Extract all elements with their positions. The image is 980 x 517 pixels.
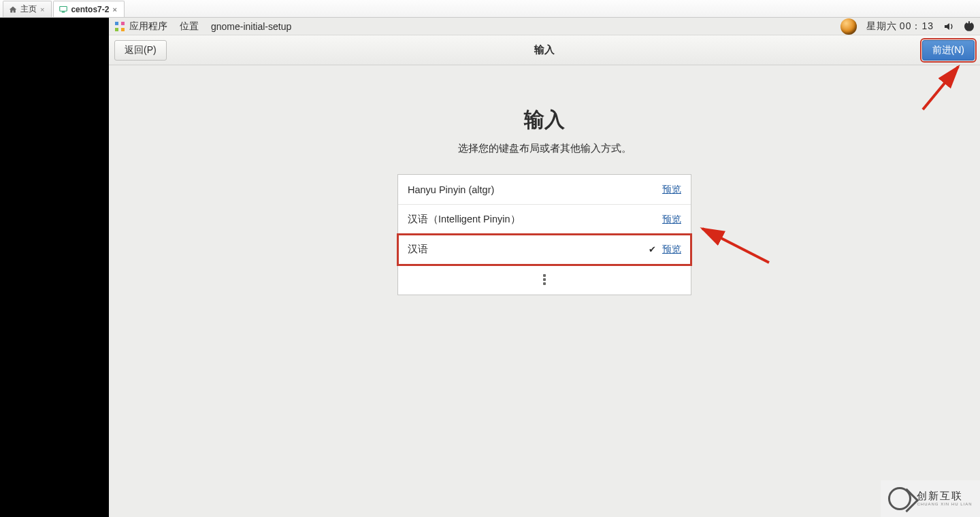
svg-rect-2 <box>115 22 118 25</box>
watermark-line2: CHUANG XIN HU LIAN <box>917 502 972 507</box>
places-menu[interactable]: 位置 <box>180 20 199 33</box>
clock-time: 00：13 <box>900 20 934 33</box>
keyboard-listbox: Hanyu Pinyin (altgr) 预览 汉语（Intelligent P… <box>397 174 691 295</box>
page-subtitle: 选择您的键盘布局或者其他输入方式。 <box>458 142 632 155</box>
vm-tab-home[interactable]: 主页 × <box>3 1 52 17</box>
svg-rect-0 <box>60 6 67 11</box>
vm-tab-bar: 主页 × centos7-2 × <box>0 0 980 18</box>
vm-tab-home-label: 主页 <box>20 3 37 15</box>
svg-rect-3 <box>121 22 125 25</box>
svg-rect-4 <box>115 28 118 31</box>
close-icon[interactable]: × <box>40 5 44 14</box>
back-button[interactable]: 返回(P) <box>114 40 167 61</box>
monitor-icon <box>59 5 67 14</box>
next-button[interactable]: 前进(N) <box>922 40 975 61</box>
setup-headerbar: 返回(P) 输入 前进(N) <box>109 35 980 65</box>
more-layouts-button[interactable] <box>398 265 691 295</box>
svg-rect-1 <box>62 12 65 13</box>
vm-tab-centos-label: centos7-2 <box>71 5 109 14</box>
preview-link[interactable]: 预览 <box>662 214 681 226</box>
preview-link[interactable]: 预览 <box>662 184 681 196</box>
keyboard-label: 汉语 <box>408 243 642 256</box>
more-icon <box>543 274 546 285</box>
page-content: 输入 选择您的键盘布局或者其他输入方式。 Hanyu Pinyin (altgr… <box>109 65 980 517</box>
keyboard-label: 汉语（Intelligent Pinyin） <box>408 213 642 226</box>
check-icon: ✔ <box>647 244 657 254</box>
applications-label: 应用程序 <box>129 20 167 33</box>
close-icon[interactable]: × <box>112 5 116 14</box>
volume-icon[interactable] <box>943 21 954 32</box>
activities-icon <box>114 21 125 32</box>
watermark: 创新互联 CHUANG XIN HU LIAN <box>881 480 980 517</box>
svg-rect-5 <box>121 28 125 31</box>
vm-tab-centos[interactable]: centos7-2 × <box>53 1 124 17</box>
power-icon[interactable] <box>964 21 975 32</box>
home-icon <box>9 5 17 14</box>
current-app-name[interactable]: gnome-initial-setup <box>211 21 291 32</box>
preview-link[interactable]: 预览 <box>662 244 681 256</box>
watermark-logo-icon <box>888 487 911 510</box>
keyboard-row[interactable]: Hanyu Pinyin (altgr) 预览 <box>398 175 691 205</box>
headerbar-title: 输入 <box>109 44 980 56</box>
page-title: 输入 <box>524 106 565 134</box>
clock-day: 星期六 <box>866 20 897 33</box>
watermark-line1: 创新互联 <box>917 490 972 502</box>
applications-menu[interactable]: 应用程序 <box>114 20 167 33</box>
vm-letterbox <box>0 18 109 517</box>
abrt-notification-icon[interactable] <box>840 18 857 35</box>
keyboard-row-selected[interactable]: 汉语 ✔ 预览 <box>398 235 691 265</box>
keyboard-label: Hanyu Pinyin (altgr) <box>408 184 642 195</box>
guest-desktop: 应用程序 位置 gnome-initial-setup 星期六 00：13 返回… <box>109 18 980 517</box>
gnome-top-panel: 应用程序 位置 gnome-initial-setup 星期六 00：13 <box>109 18 980 35</box>
panel-clock[interactable]: 星期六 00：13 <box>866 20 934 33</box>
keyboard-row[interactable]: 汉语（Intelligent Pinyin） 预览 <box>398 205 691 235</box>
